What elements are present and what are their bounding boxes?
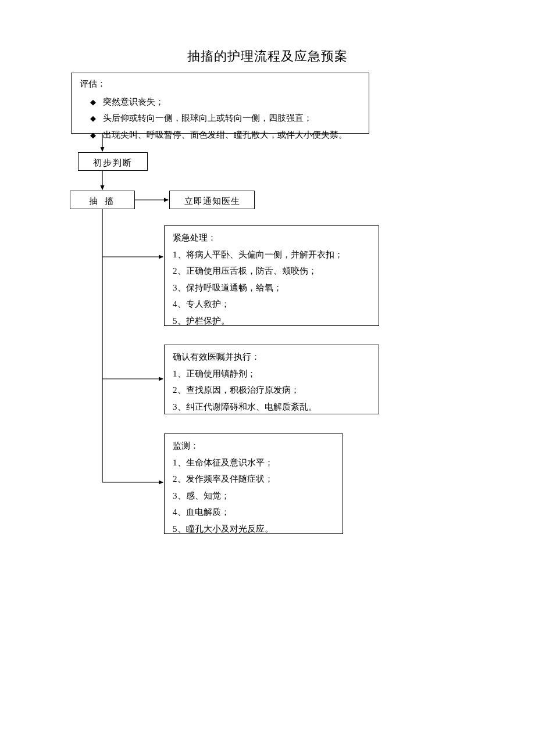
emergency-item: 3、保持呼吸道通畅，给氧； (173, 280, 370, 296)
emergency-label: 紧急处理： (173, 230, 370, 246)
orders-item: 2、查找原因，积极治疗原发病； (173, 382, 370, 399)
box-seizure: 抽 搐 (70, 191, 135, 209)
monitor-item: 3、感、知觉； (173, 488, 334, 504)
box-orders: 确认有效医嘱并执行： 1、正确使用镇静剂； 2、查找原因，积极治疗原发病； 3、… (164, 345, 379, 414)
emergency-item: 5、护栏保护。 (173, 313, 370, 329)
monitor-item: 4、血电解质； (173, 504, 334, 521)
page-title: 抽搐的护理流程及应急预案 (0, 48, 535, 65)
emergency-item: 4、专人救护； (173, 296, 370, 313)
orders-item: 3、纠正代谢障碍和水、电解质紊乱。 (173, 399, 370, 415)
box-notify-doctor: 立即通知医生 (169, 191, 255, 209)
monitor-item: 2、发作频率及伴随症状； (173, 471, 334, 488)
orders-item: 1、正确使用镇静剂； (173, 366, 370, 382)
box-monitor: 监测： 1、生命体征及意识水平； 2、发作频率及伴随症状； 3、感、知觉； 4、… (164, 433, 343, 534)
monitor-item: 1、生命体征及意识水平； (173, 454, 334, 471)
assessment-item: 突然意识丧失； (90, 94, 361, 110)
emergency-item: 1、将病人平卧、头偏向一侧，并解开衣扣； (173, 246, 370, 263)
box-assessment: 评估： 突然意识丧失； 头后仰或转向一侧，眼球向上或转向一侧，四肢强直； 出现尖… (71, 73, 369, 134)
box-emergency: 紧急处理： 1、将病人平卧、头偏向一侧，并解开衣扣； 2、正确使用压舌板，防舌、… (164, 225, 379, 326)
assessment-item: 出现尖叫、呼吸暂停、面色发绀、瞳孔散大，或伴大小便失禁。 (90, 127, 361, 144)
assessment-label: 评估： (80, 76, 361, 92)
box-judgment: 初步判断 (78, 152, 148, 171)
orders-label: 确认有效医嘱并执行： (173, 349, 370, 366)
emergency-item: 2、正确使用压舌板，防舌、颊咬伤； (173, 263, 370, 280)
monitor-label: 监测： (173, 438, 334, 454)
monitor-item: 5、瞳孔大小及对光反应。 (173, 521, 334, 538)
assessment-item: 头后仰或转向一侧，眼球向上或转向一侧，四肢强直； (90, 110, 361, 127)
